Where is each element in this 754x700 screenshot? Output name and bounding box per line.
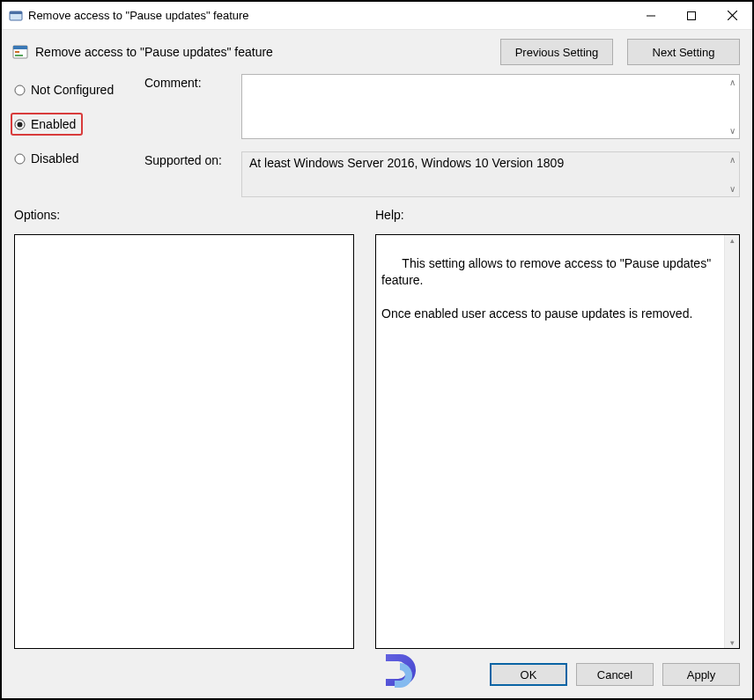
- titlebar: Remove access to "Pause updates" feature: [2, 2, 752, 30]
- scroll-up-icon[interactable]: ∧: [729, 77, 736, 87]
- comment-input[interactable]: ∧ ∨: [241, 74, 740, 139]
- policy-editor-window: Remove access to "Pause updates" feature…: [0, 0, 754, 700]
- scroll-down-icon[interactable]: ∨: [729, 126, 736, 136]
- radio-label: Enabled: [31, 117, 76, 131]
- minimize-button[interactable]: [631, 2, 671, 29]
- svg-rect-9: [15, 55, 23, 56]
- radio-icon: [14, 153, 26, 165]
- scroll-down-icon[interactable]: ▾: [730, 637, 735, 648]
- radio-group: Not Configured Enabled Disabled: [14, 74, 144, 197]
- options-panel: [14, 234, 354, 649]
- watermark-logo: [381, 647, 425, 696]
- window-title: Remove access to "Pause updates" feature: [28, 9, 631, 22]
- previous-setting-button[interactable]: Previous Setting: [500, 39, 613, 65]
- panels-row: This setting allows to remove access to …: [2, 225, 752, 652]
- svg-rect-3: [688, 11, 696, 19]
- comment-label: Comment:: [144, 74, 241, 90]
- radio-disabled[interactable]: Disabled: [14, 151, 144, 166]
- radio-icon: [14, 119, 26, 130]
- help-scrollbar[interactable]: ▴ ▾: [724, 235, 739, 648]
- svg-rect-7: [13, 46, 27, 49]
- settings-area: Not Configured Enabled Disabled Comment:…: [2, 74, 752, 203]
- radio-label: Disabled: [31, 151, 78, 166]
- scroll-up-icon[interactable]: ▴: [730, 235, 735, 246]
- svg-point-13: [15, 154, 25, 164]
- scroll-down-icon[interactable]: ∨: [729, 184, 736, 194]
- supported-value: At least Windows Server 2016, Windows 10…: [249, 156, 564, 170]
- supported-display: At least Windows Server 2016, Windows 10…: [241, 151, 740, 197]
- app-icon: [9, 9, 23, 23]
- cancel-button[interactable]: Cancel: [576, 663, 654, 686]
- svg-point-12: [18, 122, 23, 127]
- header-row: Remove access to "Pause updates" feature…: [2, 30, 752, 74]
- radio-not-configured[interactable]: Not Configured: [14, 83, 144, 97]
- next-setting-button[interactable]: Next Setting: [627, 39, 740, 65]
- fields-col: Comment: ∧ ∨ Supported on: At least Wind…: [144, 74, 740, 197]
- supported-label: Supported on:: [144, 151, 241, 167]
- radio-enabled[interactable]: Enabled: [11, 113, 83, 136]
- policy-icon: [12, 44, 28, 60]
- help-panel: This setting allows to remove access to …: [375, 234, 740, 649]
- close-button[interactable]: [712, 2, 752, 29]
- ok-button[interactable]: OK: [490, 663, 567, 686]
- policy-title: Remove access to "Pause updates" feature: [35, 45, 493, 59]
- labels-row: Options: Help:: [2, 203, 752, 225]
- help-label: Help:: [375, 208, 740, 222]
- maximize-button[interactable]: [671, 2, 712, 29]
- apply-button[interactable]: Apply: [662, 663, 740, 686]
- svg-point-10: [15, 85, 25, 95]
- svg-rect-1: [10, 11, 22, 14]
- radio-label: Not Configured: [31, 83, 114, 97]
- radio-icon: [14, 85, 26, 96]
- help-text: This setting allows to remove access to …: [381, 256, 714, 321]
- window-controls: [631, 2, 752, 29]
- svg-rect-8: [15, 51, 19, 53]
- options-label: Options:: [14, 208, 375, 222]
- bottom-button-row: OK Cancel Apply: [2, 652, 752, 698]
- scroll-up-icon[interactable]: ∧: [729, 155, 736, 165]
